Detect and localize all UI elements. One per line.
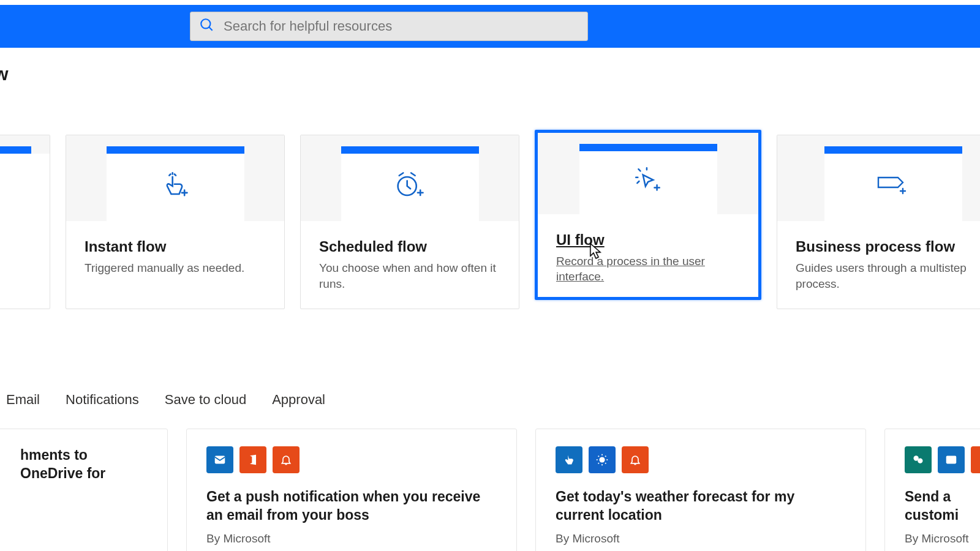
- clock-plus-icon: [393, 170, 427, 204]
- template-title: Get a push notification when you receive…: [206, 488, 497, 525]
- flow-card-desc: Guides users through a multistep process…: [796, 260, 980, 291]
- template-card[interactable]: Send a customi By Microsoft: [884, 429, 980, 551]
- template-card[interactable]: Get a push notification when you receive…: [186, 429, 517, 551]
- template-icons: [206, 446, 497, 473]
- card-icon-area: [824, 154, 962, 221]
- flow-card-ui[interactable]: UI flow Record a process in the user int…: [535, 130, 761, 300]
- tab-save-to-cloud[interactable]: Save to cloud: [165, 392, 246, 408]
- flow-card-bpf[interactable]: Business process flow Guides users throu…: [777, 135, 980, 309]
- template-icons: [556, 446, 846, 473]
- flow-card-title: UI flow: [556, 231, 740, 249]
- flow-card-desc: Record a process in the user interface.: [556, 253, 740, 285]
- flow-card-desc: .: [0, 238, 31, 254]
- template-title: Send a customi: [905, 488, 980, 525]
- card-icon-area: [579, 151, 717, 214]
- card-accent: [0, 146, 31, 154]
- outlook-icon: [938, 446, 965, 473]
- svg-line-12: [605, 456, 606, 457]
- flow-card-title: Scheduled flow: [319, 238, 500, 255]
- cursor-click-plus-icon: [633, 166, 663, 199]
- weather-icon: [589, 446, 616, 473]
- flow-card-title: Instant flow: [85, 238, 266, 255]
- template-title: Get today's weather forecast for my curr…: [556, 488, 846, 525]
- touch-plus-icon: [159, 170, 191, 204]
- svg-point-14: [918, 459, 922, 463]
- card-accent: [107, 146, 244, 154]
- card-icon-area: [0, 154, 50, 221]
- flow-card-desc: Triggered manually as needed.: [85, 260, 266, 276]
- template-card[interactable]: Get today's weather forecast for my curr…: [535, 429, 866, 551]
- svg-point-0: [201, 19, 210, 28]
- search-icon: [199, 17, 215, 36]
- card-accent: [579, 144, 717, 151]
- svg-line-11: [598, 463, 599, 463]
- template-filter-tabs: Email Notifications Save to cloud Approv…: [6, 392, 325, 408]
- process-plus-icon: [875, 171, 911, 203]
- office-icon: [239, 446, 266, 473]
- bell-icon: [622, 446, 649, 473]
- template-author: By Microsoft: [556, 532, 846, 545]
- tab-approval[interactable]: Approval: [272, 392, 325, 408]
- svg-line-9: [598, 456, 599, 457]
- flow-type-row: . Instant flow Triggered manually as nee…: [0, 135, 980, 309]
- card-accent: [824, 146, 962, 154]
- flow-card-partial[interactable]: .: [0, 135, 50, 309]
- flow-card-title: Business process flow: [796, 238, 980, 255]
- template-row: hments to OneDrive for Get a push notifi…: [0, 429, 980, 551]
- tab-email[interactable]: Email: [6, 392, 40, 408]
- search-input[interactable]: [224, 18, 579, 34]
- tab-notifications[interactable]: Notifications: [66, 392, 139, 408]
- sharepoint-icon: [905, 446, 932, 473]
- header-bar: [0, 0, 980, 48]
- svg-point-4: [599, 457, 605, 462]
- button-icon: [556, 446, 582, 473]
- flow-card-instant[interactable]: Instant flow Triggered manually as neede…: [66, 135, 285, 309]
- template-title: hments to OneDrive for: [20, 446, 148, 483]
- flow-card-desc: You choose when and how often it runs.: [319, 260, 500, 291]
- bell-icon: [273, 446, 300, 473]
- template-icons: [905, 446, 980, 473]
- page-title: ow: [0, 64, 9, 84]
- svg-rect-15: [946, 456, 957, 464]
- svg-line-1: [209, 27, 212, 30]
- card-icon-area: [341, 154, 479, 221]
- template-card[interactable]: hments to OneDrive for: [0, 429, 168, 551]
- search-box[interactable]: [190, 12, 588, 41]
- card-icon-area: [107, 154, 244, 221]
- card-accent: [341, 146, 479, 154]
- template-author: By Microsoft: [206, 532, 497, 545]
- template-author: By Microsoft: [905, 532, 980, 545]
- svg-line-10: [605, 463, 606, 463]
- outlook-icon: [206, 446, 233, 473]
- flow-card-scheduled[interactable]: Scheduled flow You choose when and how o…: [300, 135, 519, 309]
- office-icon: [971, 446, 980, 473]
